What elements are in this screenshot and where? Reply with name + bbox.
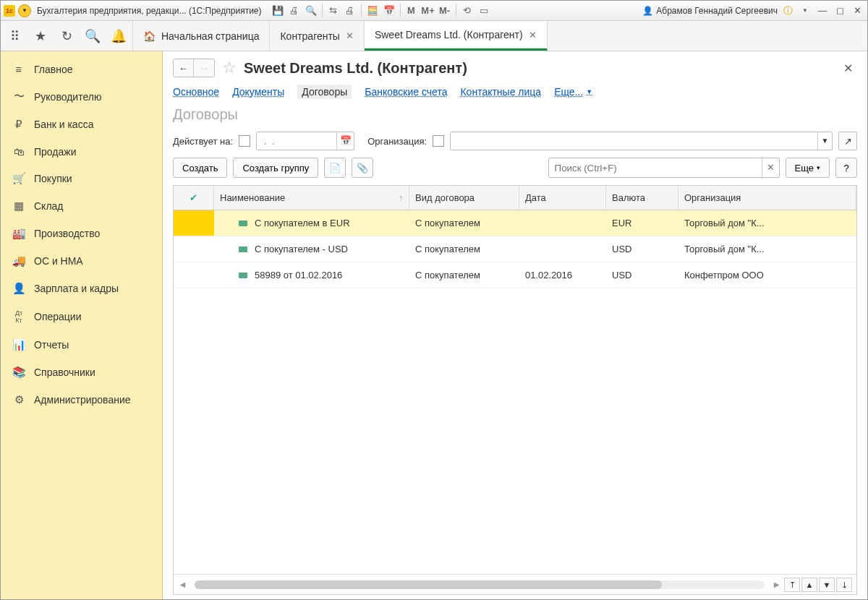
subnav-contracts[interactable]: Договоры	[297, 85, 352, 99]
sidebar-item-label: Главное	[34, 64, 73, 75]
search-input[interactable]	[549, 158, 762, 177]
sidebar-item-payroll[interactable]: 👤Зарплата и кадры	[1, 275, 162, 302]
subnav-bank[interactable]: Банковские счета	[365, 86, 447, 98]
sidebar-item-operations[interactable]: Дт КтОперации	[1, 302, 162, 331]
create-group-button[interactable]: Создать группу	[233, 158, 318, 178]
print-icon[interactable]: 🖨	[287, 4, 302, 18]
sidebar-item-reports[interactable]: 📊Отчеты	[1, 331, 162, 359]
date-input[interactable]	[257, 132, 336, 150]
home-icon: 🏠	[143, 30, 156, 42]
scroll-right-icon[interactable]: ►	[772, 579, 781, 590]
minimize-button[interactable]: —	[815, 4, 830, 18]
info-icon[interactable]: ⓘ	[780, 4, 795, 18]
tab-sweet-dreams[interactable]: Sweet Dreams Ltd. (Контрагент) ✕	[365, 21, 548, 51]
nav-first-button[interactable]: ⤒	[784, 578, 800, 592]
subnav-main[interactable]: Основное	[173, 86, 219, 98]
col-date[interactable]: Дата	[519, 186, 606, 210]
compare-icon[interactable]: ⇆	[326, 4, 341, 18]
col-org[interactable]: Организация	[678, 186, 856, 210]
save-icon[interactable]: 💾	[271, 4, 285, 18]
sidebar-item-main[interactable]: ≡Главное	[1, 56, 162, 82]
add-from-button[interactable]: 📄	[324, 158, 346, 178]
create-button[interactable]: Создать	[173, 158, 227, 178]
dropdown-icon[interactable]: ▼	[817, 132, 832, 150]
row-kind: С покупателем	[409, 244, 519, 254]
app-menu-dropdown[interactable]: ▼	[18, 4, 31, 17]
table-row[interactable]: С покупателем в EUR С покупателем EUR То…	[174, 210, 856, 236]
calculator-icon[interactable]: 🧮	[365, 4, 380, 18]
page-header: ← → ☆ Sweet Dreams Ltd. (Контрагент) ✕	[163, 51, 867, 80]
open-list-button[interactable]: ↗	[838, 132, 857, 150]
col-name[interactable]: Наименование↑	[214, 186, 409, 210]
maximize-button[interactable]: ◻	[833, 4, 847, 18]
history-icon[interactable]: ↻	[59, 28, 75, 44]
nav-forward-button[interactable]: →	[194, 59, 214, 77]
col-kind[interactable]: Вид договора	[409, 186, 519, 210]
close-icon[interactable]: ✕	[529, 30, 537, 40]
section-title: Договоры	[163, 106, 867, 129]
user-badge[interactable]: 👤 Абрамов Геннадий Сергеевич	[642, 6, 778, 16]
m-plus-icon[interactable]: M+	[421, 4, 435, 18]
contracts-table: ✔ Наименование↑ Вид договора Дата Валюта…	[173, 185, 857, 595]
nav-up-button[interactable]: ▲	[801, 578, 817, 592]
more-button[interactable]: Еще▾	[786, 158, 830, 178]
back-nav-icon[interactable]: ⟲	[460, 4, 475, 18]
info-dropdown-icon[interactable]: ▼	[798, 4, 812, 18]
col-currency[interactable]: Валюта	[606, 186, 678, 210]
grid-icon: ▦	[12, 200, 25, 213]
nav-back-button[interactable]: ←	[174, 59, 194, 77]
close-button[interactable]: ✕	[850, 4, 864, 18]
page-close-button[interactable]: ✕	[843, 61, 853, 75]
scroll-left-icon[interactable]: ◄	[178, 579, 187, 590]
nav-last-button[interactable]: ⤓	[836, 578, 852, 592]
print2-icon[interactable]: 🖨	[343, 4, 357, 18]
sidebar-item-warehouse[interactable]: ▦Склад	[1, 192, 162, 220]
org-checkbox[interactable]	[433, 135, 444, 147]
attach-button[interactable]: 📎	[352, 158, 373, 178]
help-button[interactable]: ?	[835, 158, 857, 178]
filter-bar: Действует на: 📅 Организация: ▼ ↗	[163, 129, 867, 158]
m-minus-icon[interactable]: M-	[438, 4, 452, 18]
sidebar-item-assets[interactable]: 🚚ОС и НМА	[1, 247, 162, 275]
tab-home[interactable]: 🏠 Начальная страница	[133, 21, 270, 51]
m-icon[interactable]: M	[404, 4, 419, 18]
sidebar-item-purchases[interactable]: 🛒Покупки	[1, 165, 162, 192]
favorite-icon[interactable]: ★	[33, 28, 48, 44]
preview-icon[interactable]: 🔍	[304, 4, 318, 18]
col-mark[interactable]: ✔	[174, 186, 214, 210]
sidebar-item-admin[interactable]: ⚙Администрирование	[1, 386, 162, 413]
nav-down-button[interactable]: ▼	[819, 578, 835, 592]
sidebar-item-manager[interactable]: 〜Руководителю	[1, 82, 162, 111]
sidebar-item-label: Справочники	[34, 367, 95, 378]
tab-counterparties[interactable]: Контрагенты ✕	[270, 21, 364, 51]
sidebar-item-bank[interactable]: ₽Банк и касса	[1, 111, 162, 138]
active-on-checkbox[interactable]	[239, 135, 250, 147]
sidebar-item-label: Отчеты	[34, 339, 69, 351]
scrollbar-track[interactable]	[195, 580, 765, 589]
sidebar-item-production[interactable]: 🏭Производство	[1, 220, 162, 247]
org-input[interactable]	[451, 132, 817, 150]
calendar-icon[interactable]: 📅	[382, 4, 396, 18]
calendar-icon[interactable]: 📅	[336, 132, 354, 150]
sidebar-item-sales[interactable]: 🛍Продажи	[1, 138, 162, 165]
row-mark	[174, 262, 214, 288]
person-icon: 👤	[12, 282, 25, 295]
favorite-star-icon[interactable]: ☆	[222, 59, 237, 77]
subnav-more[interactable]: Еще...▼	[554, 86, 592, 98]
bell-icon[interactable]: 🔔	[111, 28, 127, 44]
row-currency: USD	[606, 270, 678, 280]
search-icon[interactable]: 🔍	[85, 28, 101, 44]
menu-icon: ≡	[12, 63, 25, 75]
close-icon[interactable]: ✕	[346, 30, 354, 41]
sidebar-item-catalog[interactable]: 📚Справочники	[1, 359, 162, 386]
scrollbar-thumb[interactable]	[195, 580, 662, 589]
subnav-contacts[interactable]: Контактные лица	[460, 86, 541, 98]
table-row[interactable]: 58989 от 01.02.2016 С покупателем 01.02.…	[174, 262, 856, 288]
apps-icon[interactable]: ⠿	[7, 28, 22, 44]
panel-icon[interactable]: ▭	[477, 4, 491, 18]
clear-icon[interactable]: ✕	[762, 158, 779, 177]
table-row[interactable]: С покупателем - USD С покупателем USD То…	[174, 236, 856, 262]
subnav-docs[interactable]: Документы	[232, 86, 284, 98]
item-icon	[239, 273, 247, 278]
sidebar-item-label: Производство	[34, 228, 100, 239]
